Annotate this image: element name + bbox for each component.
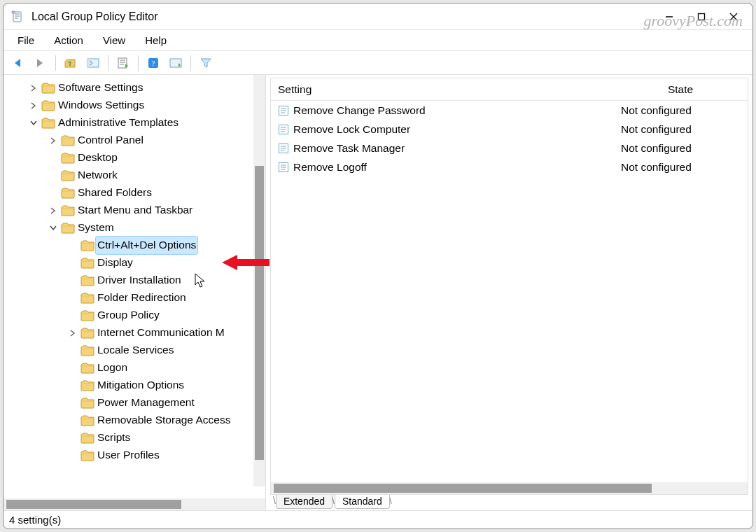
folder-icon <box>41 118 54 128</box>
chevron-down-icon[interactable] <box>29 118 38 128</box>
chevron-right-icon[interactable] <box>48 206 58 216</box>
minimize-button[interactable] <box>653 4 685 29</box>
nav-forward-button[interactable] <box>30 53 51 73</box>
tree-node[interactable]: Group Policy <box>4 307 265 324</box>
show-hide-tree-button[interactable] <box>83 53 104 73</box>
tree-node[interactable]: Mitigation Options <box>4 377 265 394</box>
tab-extended[interactable]: Extended <box>276 495 332 509</box>
policy-setting-icon <box>278 162 289 173</box>
tree-node-label: Folder Redirection <box>97 289 186 307</box>
setting-name: Remove Logoff <box>293 161 367 174</box>
folder-icon <box>61 205 74 216</box>
export-list-button[interactable] <box>113 53 134 73</box>
tree-node[interactable]: Shared Folders <box>4 184 265 202</box>
tree-node[interactable]: Start Menu and Taskbar <box>4 202 265 219</box>
svg-text:?: ? <box>152 59 155 67</box>
setting-state: Not configured <box>621 123 692 136</box>
tree-node-label: Removable Storage Access <box>97 412 230 429</box>
folder-icon <box>80 275 93 286</box>
tree-node[interactable]: Power Management <box>4 394 265 412</box>
nav-back-button[interactable] <box>8 53 29 73</box>
tree-node[interactable]: System <box>4 219 265 237</box>
maximize-button[interactable] <box>685 4 718 29</box>
close-button[interactable] <box>718 4 750 29</box>
tree-node-label: Display <box>97 254 133 272</box>
tree-node-label: Network <box>78 167 118 184</box>
settings-row[interactable]: Remove Lock ComputerNot configured <box>271 120 748 139</box>
details-panel: Setting State Remove Change PasswordNot … <box>266 75 752 510</box>
folder-icon <box>80 310 93 321</box>
chevron-down-icon[interactable] <box>48 223 58 233</box>
app-icon <box>10 10 24 24</box>
tab-standard[interactable]: Standard <box>335 495 390 509</box>
chevron-right-icon[interactable] <box>68 328 78 338</box>
status-text: 4 setting(s) <box>9 514 61 526</box>
tree-node-label: Shared Folders <box>78 184 152 202</box>
up-one-level-button[interactable] <box>60 53 81 73</box>
tree-vertical-scrollbar[interactable] <box>253 75 265 486</box>
filter-button[interactable] <box>195 53 216 73</box>
folder-icon <box>80 328 93 338</box>
tree-node-label: Scripts <box>97 429 130 447</box>
svg-rect-1 <box>12 11 15 13</box>
menu-action[interactable]: Action <box>44 30 93 50</box>
setting-name: Remove Change Password <box>293 104 426 117</box>
options-button[interactable] <box>165 53 186 73</box>
tree-node-label: Ctrl+Alt+Del Options <box>96 237 197 254</box>
chevron-right-icon[interactable] <box>48 136 58 146</box>
menu-help[interactable]: Help <box>135 30 176 50</box>
tree-node-label: Group Policy <box>97 307 160 324</box>
tree-node-label: User Profiles <box>97 447 160 464</box>
tree-node-label: Desktop <box>78 149 118 167</box>
tree-node[interactable]: Control Panel <box>4 132 265 149</box>
tree-node[interactable]: Locale Services <box>4 342 265 359</box>
tree-node[interactable]: Desktop <box>4 149 265 167</box>
tree-node[interactable]: Removable Storage Access <box>4 412 265 429</box>
tree-node[interactable]: Folder Redirection <box>4 289 265 307</box>
tree-node[interactable]: Internet Communication M <box>4 324 265 342</box>
list-horizontal-scrollbar[interactable] <box>271 482 748 494</box>
column-setting[interactable]: Setting <box>271 78 614 100</box>
tree-node[interactable]: Software Settings <box>4 79 265 97</box>
help-button[interactable]: ? <box>143 53 164 73</box>
tree-horizontal-scrollbar[interactable] <box>4 498 265 510</box>
tree-node[interactable]: User Profiles <box>4 447 265 464</box>
tree-node[interactable]: Windows Settings <box>4 97 265 114</box>
menu-file[interactable]: File <box>8 30 44 50</box>
tree-node[interactable]: Display <box>4 254 265 272</box>
settings-list[interactable]: Setting State Remove Change PasswordNot … <box>270 78 748 495</box>
tree-node[interactable]: Ctrl+Alt+Del Options <box>4 237 265 254</box>
folder-icon <box>80 433 93 443</box>
tree-node[interactable]: Driver Installation <box>4 272 265 289</box>
settings-row[interactable]: Remove Change PasswordNot configured <box>271 101 748 120</box>
setting-state: Not configured <box>621 104 692 117</box>
tree-node-label: Windows Settings <box>58 97 144 114</box>
tree-node[interactable]: Logon <box>4 359 265 377</box>
settings-row[interactable]: Remove Task ManagerNot configured <box>271 139 748 158</box>
policy-setting-icon <box>278 124 289 135</box>
column-headers[interactable]: Setting State <box>271 78 748 101</box>
folder-icon <box>80 293 93 303</box>
folder-icon <box>80 240 93 251</box>
tree-node-label: Driver Installation <box>97 272 181 289</box>
tree-node[interactable]: Administrative Templates <box>4 114 265 132</box>
console-tree[interactable]: Software Settings Windows Settings Admin… <box>4 79 265 464</box>
tree-node[interactable]: Scripts <box>4 429 265 447</box>
tree-node-label: Software Settings <box>58 79 143 97</box>
settings-row[interactable]: Remove LogoffNot configured <box>271 158 748 176</box>
folder-icon <box>41 83 54 93</box>
tree-node[interactable]: Network <box>4 167 265 184</box>
setting-name: Remove Task Manager <box>293 142 405 155</box>
folder-icon <box>80 398 93 408</box>
menu-view[interactable]: View <box>93 30 135 50</box>
chevron-right-icon[interactable] <box>29 83 38 93</box>
tree-node-label: Power Management <box>97 394 195 412</box>
svg-rect-2 <box>699 13 705 20</box>
column-state[interactable]: State <box>614 78 748 100</box>
tree-node-label: Internet Communication M <box>97 324 225 342</box>
titlebar: Local Group Policy Editor <box>4 4 752 30</box>
folder-icon <box>61 223 74 233</box>
chevron-right-icon[interactable] <box>29 101 38 111</box>
body: Software Settings Windows Settings Admin… <box>4 75 752 510</box>
setting-state: Not configured <box>621 142 692 155</box>
